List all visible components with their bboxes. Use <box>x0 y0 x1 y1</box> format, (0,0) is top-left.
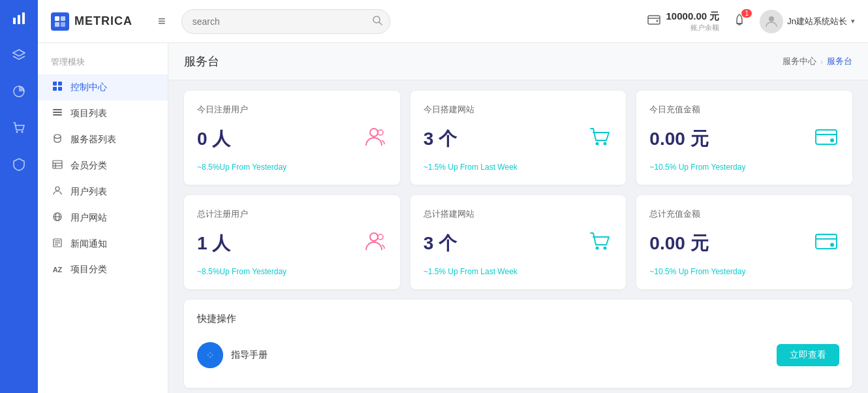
svg-rect-2 <box>22 12 25 24</box>
stat-trend: ~1.5% Up From Last Week <box>424 267 613 276</box>
svg-rect-15 <box>58 82 62 86</box>
action-name: 指导手册 <box>231 349 268 361</box>
stat-label: 总计搭建网站 <box>424 208 613 220</box>
balance-info: 10000.00 元 账户余额 <box>666 10 720 33</box>
stat-card-1: 总计搭建网站 3 个 ~1.5% Up From Last Week <box>411 195 627 289</box>
breadcrumb-separator: › <box>820 57 823 67</box>
sidebar-icon-pie[interactable] <box>7 80 31 103</box>
svg-point-33 <box>370 129 378 136</box>
svg-rect-43 <box>816 234 837 249</box>
svg-point-42 <box>604 247 607 250</box>
nav-label-members: 会员分类 <box>70 160 107 172</box>
avatar-circle <box>760 10 783 33</box>
svg-point-38 <box>830 138 834 142</box>
nav-label-servers: 服务器列表 <box>70 134 116 146</box>
page-title: 服务台 <box>184 54 219 69</box>
sidebar-item-projects[interactable]: 项目列表 <box>38 101 168 127</box>
nav-label-users: 用户列表 <box>70 186 107 198</box>
svg-rect-18 <box>53 109 62 110</box>
sidebar-icon-chart[interactable] <box>7 7 31 30</box>
stats-row-2: 总计注册用户 1 人 ~8.5%Up From Yesterday 总计搭建网站… <box>168 195 868 300</box>
stat-icon <box>587 228 613 259</box>
notification[interactable]: 1 <box>732 13 747 30</box>
stat-value: 3 个 <box>424 127 457 151</box>
user-avatar[interactable]: Jn建站系统站长 ▾ <box>760 10 855 33</box>
breadcrumb-home: 服务中心 <box>783 55 816 67</box>
search-input[interactable] <box>181 9 390 34</box>
left-nav: 管理模块 控制中心 <box>38 43 168 393</box>
stat-row: 0.00 元 <box>649 123 839 155</box>
search-button[interactable] <box>373 16 382 27</box>
sidebar-item-servers[interactable]: 服务器列表 <box>38 127 168 153</box>
stat-icon <box>813 228 839 259</box>
sidebar-item-dashboard[interactable]: 控制中心 <box>38 74 168 101</box>
news-icon <box>51 238 64 251</box>
users-icon <box>51 185 64 198</box>
svg-rect-11 <box>648 16 660 24</box>
logo: METRICA <box>51 12 142 31</box>
svg-rect-37 <box>816 130 837 144</box>
logo-text: METRICA <box>74 14 132 28</box>
action-view-button[interactable]: 立即查看 <box>777 344 839 366</box>
stat-row: 0 人 <box>197 123 387 155</box>
quick-action-item: 指导手册 立即查看 <box>197 336 839 375</box>
stat-label: 今日充值金额 <box>649 104 839 116</box>
svg-rect-19 <box>53 112 62 113</box>
svg-rect-16 <box>53 87 57 91</box>
svg-rect-17 <box>58 87 62 91</box>
svg-point-41 <box>596 247 599 250</box>
svg-point-39 <box>370 233 378 241</box>
sidebar-icon-cart[interactable] <box>7 116 31 140</box>
menu-icon[interactable]: ≡ <box>153 14 171 29</box>
nav-label-dashboard: 控制中心 <box>70 82 107 93</box>
stat-row: 0.00 元 <box>649 228 839 259</box>
svg-point-35 <box>596 142 599 146</box>
logo-icon <box>51 12 69 31</box>
servers-icon <box>51 133 64 146</box>
sidebar-item-members[interactable]: 会员分类 <box>38 153 168 179</box>
svg-point-40 <box>378 234 383 240</box>
stat-value: 0.00 元 <box>649 231 708 256</box>
dashboard-icon <box>51 81 64 94</box>
nav-section-title: 管理模块 <box>38 56 168 74</box>
search-bar <box>181 9 390 34</box>
action-logo <box>197 342 223 368</box>
svg-point-36 <box>604 142 607 146</box>
page-header: 服务台 服务中心 › 服务台 <box>168 43 868 80</box>
stat-value: 0 人 <box>197 127 230 151</box>
stat-icon <box>587 123 613 155</box>
svg-point-44 <box>830 243 834 247</box>
websites-icon <box>51 212 64 225</box>
svg-point-13 <box>769 16 774 22</box>
sidebar-icon-shield[interactable] <box>7 153 31 176</box>
svg-rect-6 <box>55 16 59 21</box>
main-wrapper: METRICA ≡ <box>38 0 868 393</box>
stat-trend: ~10.5% Up From Yesterday <box>649 163 839 172</box>
svg-point-12 <box>656 20 658 22</box>
stat-value: 1 人 <box>197 231 230 256</box>
svg-rect-7 <box>61 16 65 21</box>
stat-label: 总计注册用户 <box>197 208 387 220</box>
stat-value: 3 个 <box>424 231 457 256</box>
nav-label-projects: 项目列表 <box>70 108 107 119</box>
sidebar-item-categories[interactable]: AZ 项目分类 <box>38 257 168 282</box>
svg-point-4 <box>16 131 18 133</box>
categories-icon: AZ <box>51 266 64 274</box>
stat-card-2: 总计充值金额 0.00 元 ~10.5% Up From Yesterday <box>636 195 852 289</box>
stats-row-1: 今日注册用户 0 人 ~8.5%Up From Yesterday 今日搭建网站… <box>168 80 868 195</box>
sidebar-item-websites[interactable]: 用户网站 <box>38 205 168 231</box>
svg-point-25 <box>55 187 59 191</box>
svg-rect-1 <box>18 15 20 24</box>
sidebar-item-news[interactable]: 新闻通知 <box>38 231 168 257</box>
stat-label: 今日搭建网站 <box>424 104 613 116</box>
svg-rect-14 <box>53 82 57 86</box>
stat-trend: ~8.5%Up From Yesterday <box>197 163 387 172</box>
user-name: Jn建站系统站长 <box>787 16 847 27</box>
sidebar-item-users[interactable]: 用户列表 <box>38 179 168 205</box>
breadcrumb-current: 服务台 <box>827 55 852 67</box>
stat-trend: ~1.5% Up From Last Week <box>424 163 613 172</box>
sidebar-icon-layers[interactable] <box>7 43 31 67</box>
stat-card-0: 今日注册用户 0 人 ~8.5%Up From Yesterday <box>184 91 400 185</box>
stat-trend: ~8.5%Up From Yesterday <box>197 267 387 276</box>
stat-card-0: 总计注册用户 1 人 ~8.5%Up From Yesterday <box>184 195 400 289</box>
